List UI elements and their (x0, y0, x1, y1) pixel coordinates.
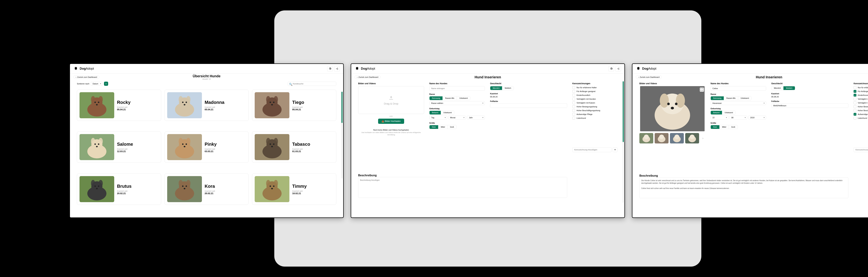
search-input[interactable] (288, 82, 336, 86)
month-select[interactable]: 08 (730, 116, 747, 120)
size-seg[interactable]: Klein Mittel Groß (711, 125, 738, 129)
size-medium[interactable]: Mittel (720, 125, 729, 129)
breed-type-seg[interactable]: Reinrassig Rassen-Mix Unbekannt (429, 96, 470, 100)
tag-checkbox[interactable]: Verträglich mit Hunden (854, 98, 868, 100)
tag-checkbox[interactable]: ✓Kinderfreundlich (854, 94, 868, 97)
tag-add-input[interactable] (572, 147, 612, 152)
size-large[interactable]: Groß (447, 125, 456, 129)
size-small[interactable]: Klein (711, 125, 720, 129)
tag-checkbox[interactable]: Verträglich mit Katzen (854, 101, 868, 104)
breed-opt-unknown[interactable]: Unbekannt (457, 96, 470, 100)
brand-logo[interactable]: DogAdopt (355, 66, 375, 71)
tag-checkbox[interactable]: Hoher Beschäftigungsdrang (572, 109, 618, 112)
birthday-unknown[interactable]: Unbekannt (722, 111, 735, 115)
add-dog-button[interactable]: + (104, 82, 108, 86)
birthday-known-seg[interactable]: Bekannt Unbekannt (711, 111, 736, 115)
dog-card[interactable]: TimmyInseriert seit18.02.21 (252, 174, 336, 205)
tag-checkbox[interactable]: Kinderfreundlich (572, 94, 618, 97)
dog-card[interactable]: PinkyInseriert seit03.03.21 (164, 131, 249, 163)
dog-card[interactable]: BrutusInseriert seit20.02.21 (77, 174, 161, 205)
scrollbar[interactable] (623, 81, 624, 203)
thumbnail[interactable] (685, 133, 699, 144)
breed-select[interactable]: Rasse wählen (429, 101, 485, 105)
tag-checkbox[interactable]: Listenhund (854, 117, 868, 120)
brand-logo[interactable]: DogAdopt (636, 66, 656, 71)
gender-male[interactable]: Männlich (772, 86, 783, 90)
name-input[interactable] (429, 86, 485, 91)
size-small[interactable]: Klein (430, 125, 438, 129)
dog-card[interactable]: TabascoInseriert seit01.03.21 (252, 131, 336, 163)
breed-opt-pure[interactable]: Reinrassig (430, 96, 443, 100)
day-select[interactable]: 22 (711, 116, 728, 120)
dog-card[interactable]: MadonnaInseriert seit05.04.21 (164, 90, 249, 121)
gender-seg[interactable]: Männlich Weiblich (771, 86, 795, 90)
thumbnail[interactable] (639, 133, 653, 144)
year-select[interactable]: Jahr (467, 116, 485, 120)
back-button[interactable]: ‹Zurück zum Dashboard (355, 75, 380, 79)
dog-card[interactable]: SalomeInseriert seit12.03.21 (77, 131, 161, 163)
logout-button[interactable] (615, 66, 621, 71)
month-select[interactable]: Monat (448, 116, 466, 120)
tag-add-input[interactable] (854, 147, 868, 152)
thumbnail[interactable] (670, 133, 684, 144)
gender-seg[interactable]: Männlich Weiblich (490, 86, 514, 90)
size-large[interactable]: Groß (729, 125, 738, 129)
settings-button[interactable] (327, 66, 333, 71)
upload-button[interactable]: 📤 Bilder Hochladen (378, 119, 404, 124)
breed-opt-unknown[interactable]: Unbekannt (738, 96, 751, 100)
fur-input[interactable] (490, 103, 567, 108)
birthday-known-seg[interactable]: Bekannt Unbekannt (429, 111, 454, 115)
thumb-next-button[interactable]: › (701, 133, 705, 144)
tag-checkbox[interactable]: Hoher Bewegungsdrang (572, 105, 618, 108)
expand-button[interactable]: ⛶ (700, 88, 704, 92)
screen-form-empty: DogAdopt ‹Zurück zum Dashboard Hund Inse… (351, 63, 625, 218)
back-button[interactable]: ‹Zurück zum Dashboard (636, 75, 662, 79)
tag-checkbox[interactable]: ✓Aufwendige Pflege (854, 113, 868, 116)
birthday-known[interactable]: Bekannt (430, 111, 441, 115)
tag-checkbox[interactable]: Listenhund (572, 117, 618, 120)
tag-checkbox[interactable]: Verträglich mit Katzen (572, 101, 618, 104)
dog-card[interactable]: KoraInseriert seit20.02.21 (164, 174, 249, 205)
gender-male[interactable]: Männlich (490, 86, 502, 90)
breed-opt-mix[interactable]: Rassen-Mix (443, 96, 457, 100)
desc-textarea[interactable]: Die Hündin Celine ist sehr verschmust un… (639, 177, 848, 198)
tag-checkbox[interactable]: Hoher Beschäftigungsdrang (854, 109, 868, 112)
tag-checkbox[interactable]: Nur für erfahrene Halter (572, 86, 618, 89)
tag-checkbox[interactable]: Hoher Bewegungsdrang (854, 105, 868, 108)
settings-button[interactable] (609, 66, 614, 71)
desc-textarea[interactable] (358, 177, 567, 198)
gender-female[interactable]: Weiblich (783, 86, 795, 90)
breed-select[interactable]: Havaneser (711, 101, 766, 105)
main-image[interactable]: ⛶ (639, 86, 705, 131)
tag-checkbox[interactable]: Aufwendige Pflege (572, 113, 618, 116)
tag-checkbox[interactable]: Für Anfänger geeignet (572, 90, 618, 93)
breed-opt-pure[interactable]: Reinrassig (711, 96, 724, 100)
name-input[interactable] (711, 86, 766, 91)
scrollbar[interactable] (341, 92, 342, 179)
year-select[interactable]: 2018 (748, 116, 766, 120)
tag-checkbox[interactable]: Nur für erfahrene Halter (854, 86, 868, 89)
size-seg[interactable]: Klein Mittel Groß (429, 125, 457, 129)
sort-select[interactable]: Datum (91, 82, 102, 86)
dog-card[interactable]: TiegoInseriert seit05.04.21 (252, 90, 336, 121)
breed-type-seg[interactable]: Reinrassig Rassen-Mix Unbekannt (711, 96, 751, 100)
logout-button[interactable] (334, 66, 340, 71)
brand-logo[interactable]: DogAdopt (73, 66, 94, 71)
tag-add-button[interactable]: + (613, 147, 618, 152)
gender-female[interactable]: Weiblich (502, 86, 514, 90)
thumbnail[interactable] (655, 133, 669, 144)
scrollbar-handle[interactable] (341, 92, 342, 123)
dropzone[interactable]: Drag & Drop (358, 86, 424, 114)
birthday-unknown[interactable]: Unbekannt (441, 111, 454, 115)
size-medium[interactable]: Mittel (438, 125, 447, 129)
breed-opt-mix[interactable]: Rassen-Mix (724, 96, 738, 100)
tag-checkbox[interactable]: Verträglich mit Hunden (572, 98, 618, 100)
dog-card[interactable]: RockyInseriert seit05.04.21 (77, 90, 161, 121)
svg-point-39 (184, 146, 185, 147)
fur-input[interactable] (771, 103, 848, 108)
day-select[interactable]: Tag (429, 116, 447, 120)
birthday-known[interactable]: Bekannt (711, 111, 722, 115)
back-button[interactable]: ‹Zurück zum Dashboard (73, 75, 99, 79)
tag-checkbox[interactable]: ✓Für Anfänger geeignet (854, 90, 868, 93)
scrollbar-handle[interactable] (623, 81, 624, 142)
